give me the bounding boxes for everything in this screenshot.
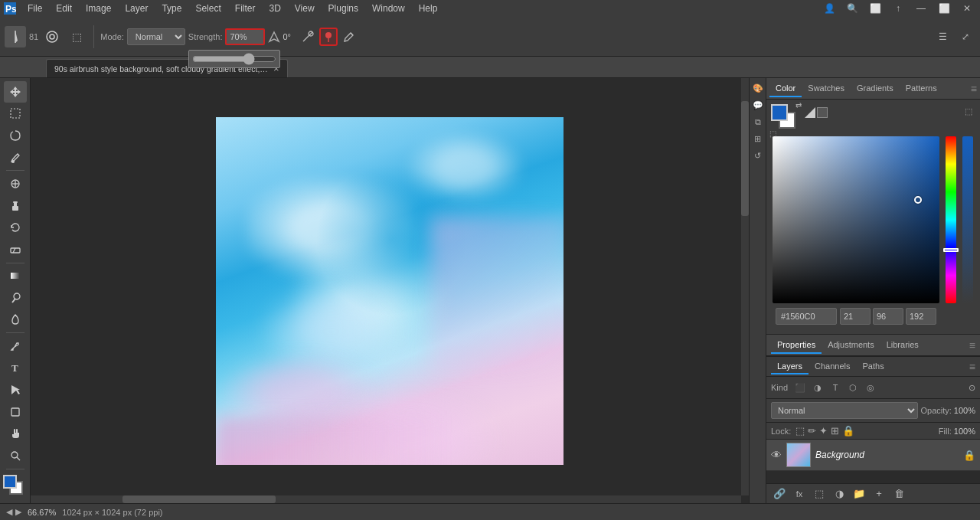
hand-tool-btn[interactable]	[4, 423, 27, 444]
lock-all-icon[interactable]: 🔒	[842, 425, 854, 437]
lock-transparent-icon[interactable]: ⬚	[795, 425, 805, 437]
opacity-value[interactable]: 100%	[954, 406, 975, 415]
lock-artboard-icon[interactable]: ⊞	[831, 425, 839, 437]
color-tab[interactable]: Color	[769, 80, 802, 97]
menu-help[interactable]: Help	[413, 2, 444, 15]
layer-visibility-toggle[interactable]: 👁	[771, 449, 782, 461]
menu-window[interactable]: Window	[366, 2, 411, 15]
history-panel-icon[interactable]: ↺	[751, 149, 765, 162]
gradients-tab[interactable]: Gradients	[851, 80, 900, 97]
pen-tool-btn[interactable]	[4, 335, 27, 357]
account-icon[interactable]: 👤	[819, 0, 839, 18]
color-panel-collapse[interactable]: ≡	[971, 83, 977, 95]
pin-icon[interactable]	[319, 28, 338, 46]
dodge-tool-btn[interactable]	[4, 287, 27, 309]
minimize-icon[interactable]: —	[911, 0, 931, 18]
libraries-tab[interactable]: Libraries	[880, 337, 925, 354]
smudge-icon[interactable]	[299, 28, 317, 46]
layers-collapse[interactable]: ≡	[969, 361, 975, 373]
color-spectrum-icon[interactable]: ⬚	[962, 104, 975, 118]
patterns-tab[interactable]: Patterns	[900, 80, 943, 97]
brush-settings-btn[interactable]: ⬚	[66, 26, 87, 47]
menu-filter[interactable]: Filter	[229, 2, 262, 15]
hex-input[interactable]	[776, 308, 837, 325]
menu-select[interactable]: Select	[189, 2, 227, 15]
menu-plugins[interactable]: Plugins	[322, 2, 364, 15]
move-tool-btn[interactable]	[4, 81, 27, 103]
b-input[interactable]	[906, 308, 936, 325]
adjustment-kind-icon[interactable]: ◑	[810, 380, 825, 395]
window-expand-icon[interactable]: ⬜	[865, 0, 885, 18]
delete-layer-icon[interactable]: 🗑	[890, 486, 907, 502]
fx-icon[interactable]: fx	[791, 486, 808, 502]
marquee-tool-btn[interactable]	[4, 103, 27, 125]
burn-tool-btn[interactable]	[4, 309, 27, 331]
palette-icon[interactable]: 🎨	[751, 81, 765, 95]
menu-3d[interactable]: 3D	[263, 2, 286, 15]
brush-tool-btn[interactable]	[4, 147, 27, 168]
chat-icon[interactable]: 💬	[751, 98, 765, 112]
add-group-icon[interactable]: 📁	[851, 486, 867, 502]
r-input[interactable]	[840, 308, 871, 325]
shape-tool-btn[interactable]	[4, 401, 27, 423]
menu-view[interactable]: View	[289, 2, 321, 15]
lock-position-icon[interactable]: ✦	[819, 425, 828, 437]
blend-mode-select[interactable]: Normal Multiply Screen	[771, 402, 918, 419]
healing-tool-btn[interactable]	[4, 173, 27, 195]
fg-color-indicator[interactable]	[771, 104, 788, 121]
adjustments-tab[interactable]: Adjustments	[822, 337, 880, 354]
path-selection-btn[interactable]	[4, 379, 27, 401]
layers-icon[interactable]: ⧉	[751, 115, 765, 129]
gradient-tool-btn[interactable]	[4, 265, 27, 286]
menu-edit[interactable]: Edit	[50, 2, 78, 15]
mode-select[interactable]: Normal Dissolve Multiply	[127, 28, 185, 45]
fg-color-swatch[interactable]	[3, 475, 17, 489]
strength-input[interactable]: 70%	[225, 28, 265, 45]
nav-next-btn[interactable]: ▶	[15, 507, 21, 517]
stamp-tool-btn[interactable]	[4, 195, 27, 217]
swatches-tab[interactable]: Swatches	[802, 80, 851, 97]
workspace-icon[interactable]: ☰	[933, 27, 952, 47]
adjustment-icon[interactable]: ⊞	[751, 132, 765, 146]
shape-kind-icon[interactable]: ⬡	[845, 380, 861, 395]
smart-kind-icon[interactable]: ◎	[863, 380, 878, 395]
hue-slider[interactable]	[946, 136, 956, 303]
eraser-tool-btn[interactable]	[4, 239, 27, 260]
properties-collapse[interactable]: ≡	[969, 339, 975, 352]
link-layers-icon[interactable]: 🔗	[771, 486, 788, 502]
brush-options-btn[interactable]	[41, 26, 63, 47]
lasso-tool-btn[interactable]	[4, 125, 27, 146]
history-tool-btn[interactable]	[4, 217, 27, 238]
filter-toggle[interactable]: ⊙	[969, 383, 975, 393]
color-gradient-area[interactable]	[773, 136, 939, 303]
layer-item[interactable]: 👁 Background 🔒	[766, 440, 980, 471]
edit-pen-icon[interactable]	[340, 28, 358, 46]
zoom-tool-btn[interactable]	[4, 445, 27, 466]
expand-icon[interactable]: ⤢	[956, 27, 975, 47]
channels-tab[interactable]: Channels	[808, 359, 856, 374]
strength-slider[interactable]	[192, 53, 276, 65]
layers-tab[interactable]: Layers	[771, 359, 808, 374]
share-icon[interactable]: ↑	[888, 0, 908, 18]
add-adjustment-icon[interactable]: ◑	[831, 486, 848, 502]
menu-file[interactable]: File	[21, 2, 48, 15]
maximize-icon[interactable]: ⬜	[934, 0, 954, 18]
close-icon[interactable]: ✕	[957, 0, 977, 18]
text-kind-icon[interactable]: T	[828, 380, 843, 395]
menu-layer[interactable]: Layer	[119, 2, 154, 15]
g-input[interactable]	[873, 308, 903, 325]
h-scrollbar[interactable]	[31, 495, 741, 503]
swap-colors-btn[interactable]: ⇄	[795, 101, 802, 110]
move-tool[interactable]	[5, 26, 26, 47]
menu-image[interactable]: Image	[80, 2, 117, 15]
alpha-slider[interactable]	[962, 136, 973, 303]
menu-type[interactable]: Type	[155, 2, 188, 15]
properties-tab[interactable]: Properties	[771, 337, 822, 354]
pixel-kind-icon[interactable]: ⬛	[792, 380, 808, 395]
add-mask-icon[interactable]: ⬚	[811, 486, 828, 502]
paths-tab[interactable]: Paths	[857, 359, 890, 374]
add-layer-icon[interactable]: +	[871, 486, 887, 502]
search-icon[interactable]: 🔍	[842, 0, 862, 18]
text-tool-btn[interactable]: T	[4, 358, 27, 379]
nav-prev-btn[interactable]: ◀	[6, 507, 12, 517]
